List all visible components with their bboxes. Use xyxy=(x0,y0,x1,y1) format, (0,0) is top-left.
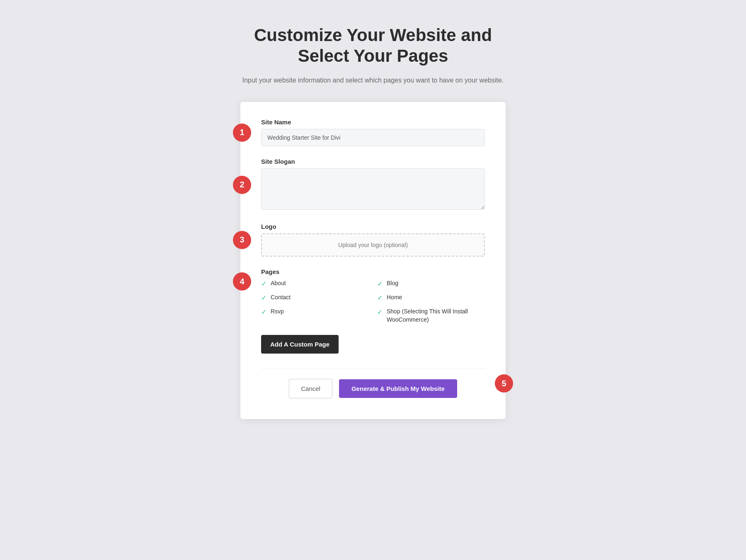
logo-upload-text: Upload your logo (optional) xyxy=(338,242,408,248)
pages-grid: ✓ About ✓ Blog ✓ Contact ✓ Home ✓ Rsvp ✓ xyxy=(261,279,485,324)
page-title: Customize Your Website and Select Your P… xyxy=(228,25,518,67)
check-icon-rsvp: ✓ xyxy=(261,308,266,316)
add-custom-page-button[interactable]: Add A Custom Page xyxy=(261,335,339,354)
page-header: Customize Your Website and Select Your P… xyxy=(228,25,518,85)
page-item-shop[interactable]: ✓ Shop (Selecting This Will Install WooC… xyxy=(377,308,485,324)
step-badge-5: 5 xyxy=(495,374,513,393)
page-item-blog[interactable]: ✓ Blog xyxy=(377,279,485,288)
form-footer: Cancel Generate & Publish My Website 5 xyxy=(261,368,485,398)
page-subtitle: Input your website information and selec… xyxy=(228,75,518,86)
logo-section: 3 Logo Upload your logo (optional) xyxy=(261,223,485,257)
check-icon-about: ✓ xyxy=(261,280,266,288)
page-label-home: Home xyxy=(387,293,402,302)
page-label-contact: Contact xyxy=(271,293,291,302)
generate-publish-button[interactable]: Generate & Publish My Website xyxy=(339,379,457,398)
page-item-home[interactable]: ✓ Home xyxy=(377,293,485,302)
form-card: 1 Site Name 2 Site Slogan 3 Logo Upload … xyxy=(240,102,506,419)
site-slogan-label: Site Slogan xyxy=(261,158,485,165)
site-slogan-section: 2 Site Slogan xyxy=(261,158,485,211)
logo-label: Logo xyxy=(261,223,485,230)
page-label-shop: Shop (Selecting This Will Install WooCom… xyxy=(387,308,485,324)
page-item-rsvp[interactable]: ✓ Rsvp xyxy=(261,308,369,324)
site-name-input[interactable] xyxy=(261,129,485,146)
page-item-about[interactable]: ✓ About xyxy=(261,279,369,288)
check-icon-shop: ✓ xyxy=(377,308,383,316)
page-label-blog: Blog xyxy=(387,279,398,288)
pages-label: Pages xyxy=(261,268,485,275)
check-icon-contact: ✓ xyxy=(261,294,266,302)
page-label-about: About xyxy=(271,279,286,288)
check-icon-home: ✓ xyxy=(377,294,383,302)
step-badge-4: 4 xyxy=(233,272,251,291)
logo-upload-area[interactable]: Upload your logo (optional) xyxy=(261,233,485,257)
cancel-button[interactable]: Cancel xyxy=(289,379,332,398)
site-slogan-input[interactable] xyxy=(261,168,485,210)
check-icon-blog: ✓ xyxy=(377,280,383,288)
site-name-label: Site Name xyxy=(261,119,485,126)
page-label-rsvp: Rsvp xyxy=(271,308,284,316)
page-item-contact[interactable]: ✓ Contact xyxy=(261,293,369,302)
site-name-section: 1 Site Name xyxy=(261,119,485,146)
step-badge-3: 3 xyxy=(233,231,251,249)
step-badge-1: 1 xyxy=(233,124,251,142)
step-badge-2: 2 xyxy=(233,176,251,194)
pages-section: 4 Pages ✓ About ✓ Blog ✓ Contact ✓ Home … xyxy=(261,268,485,353)
